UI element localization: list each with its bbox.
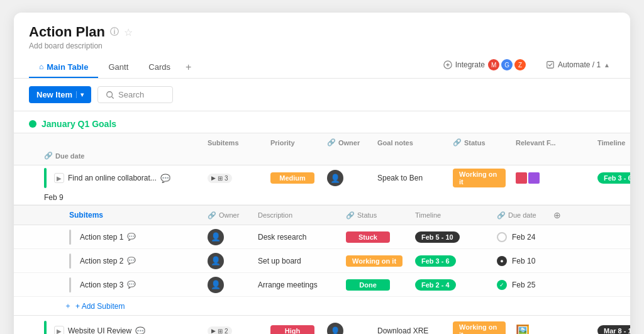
sub-owner-2: 👤: [203, 250, 253, 272]
timeline-cell[interactable]: Feb 3 - 6: [592, 170, 630, 186]
sub-extra-2: [548, 259, 574, 264]
sub-circle-1: [497, 232, 507, 242]
google-icon: G: [501, 59, 513, 70]
expand-button-2[interactable]: ▶: [54, 326, 64, 334]
col-header-timeline: Timeline: [592, 136, 630, 149]
col-header-due: 🔗 Due date: [39, 149, 203, 162]
add-subitem-button[interactable]: ＋ + Add Subitem: [14, 297, 630, 315]
priority-cell[interactable]: Medium: [265, 170, 322, 186]
group-color-dot: [29, 120, 36, 128]
tabs-actions-row: ⌂ Main Table Gantt Cards + Integrate M: [29, 57, 615, 78]
search-box[interactable]: Search: [97, 86, 173, 103]
board-description[interactable]: Add board description: [29, 42, 615, 50]
status-badge[interactable]: Working on it: [453, 169, 506, 187]
sub-status-2[interactable]: Working on it: [341, 253, 410, 269]
col-header-notes: Goal notes: [372, 136, 448, 149]
image-icon: 🖼️: [516, 324, 530, 334]
avatar-sub1: 👤: [208, 229, 224, 245]
sub-extra-1: [548, 235, 574, 240]
group-title-q1: January Q1 Goals: [42, 119, 116, 129]
sub-timeline-badge-2[interactable]: Feb 3 - 6: [415, 255, 456, 267]
subitems-count-2: 2: [225, 328, 228, 335]
tab-main-table[interactable]: ⌂ Main Table: [29, 57, 98, 78]
timeline-cell-2[interactable]: Mar 8 - 11: [592, 323, 630, 334]
status-cell-2[interactable]: Working on it: [448, 319, 511, 334]
sub-col-headers: Subitems 🔗 Owner Description 🔗 Status: [14, 205, 630, 225]
priority-badge-2[interactable]: High: [270, 325, 314, 334]
table-container: January Q1 Goals Subitems Priority 🔗 Own…: [14, 111, 630, 334]
sub-timeline-3[interactable]: Feb 2 - 4: [410, 277, 492, 293]
sub-col-owner: 🔗 Owner: [203, 209, 253, 222]
header-actions: Integrate M G Z Automate / 1 ▲: [438, 57, 615, 78]
subitems-badge-2[interactable]: ▶ ⊞ 2: [208, 326, 232, 335]
status-badge-2[interactable]: Working on it: [453, 321, 506, 334]
automate-chevron-icon: ▲: [604, 62, 610, 69]
sub-timeline-badge-1[interactable]: Feb 5 - 10: [415, 231, 460, 243]
automate-label: Automate / 1: [558, 60, 601, 69]
comment-icon[interactable]: 💬: [160, 174, 170, 183]
sub-status-3[interactable]: Done: [341, 277, 410, 293]
notes-cell-2: Download XRE: [372, 324, 448, 334]
row-name-cell-2: ▶ Website UI Review 💬: [39, 318, 203, 334]
col-header-owner: 🔗 Owner: [322, 136, 372, 149]
group-other: ▶ Website UI Review 💬 ▶ ⊞ 2 High 👤: [14, 318, 630, 334]
tab-cards[interactable]: Cards: [138, 57, 180, 78]
link-icon: 🔗: [327, 138, 336, 147]
sub-col-add[interactable]: ⊕: [548, 208, 574, 223]
col-header-subitems: Subitems: [203, 136, 265, 149]
new-item-button[interactable]: New Item ▾: [29, 86, 91, 103]
sub-timeline-badge-3[interactable]: Feb 2 - 4: [415, 279, 456, 291]
avatar-sub2: 👤: [208, 253, 224, 269]
add-tab-button[interactable]: +: [180, 57, 196, 78]
sub-status-1[interactable]: Stuck: [341, 229, 410, 245]
integrate-icon: [443, 60, 452, 69]
sub-comment-icon-2[interactable]: 💬: [127, 257, 136, 265]
group-divider: [14, 315, 630, 316]
expand-button[interactable]: ▶: [54, 173, 64, 183]
sub-col-name: Subitems: [64, 208, 203, 222]
sub-desc-text-2: Set up board: [258, 257, 301, 265]
avatar-2: 👤: [327, 323, 343, 334]
subitems-section: Subitems 🔗 Owner Description 🔗 Status: [14, 205, 630, 315]
avatar: 👤: [327, 170, 343, 186]
sub-row-1: Action step 1 💬 👤 Desk research Stuck Fe…: [14, 225, 630, 249]
sub-timeline-2[interactable]: Feb 3 - 6: [410, 253, 492, 269]
sub-timeline-1[interactable]: Feb 5 - 10: [410, 229, 492, 245]
subitems-count: 3: [225, 175, 228, 182]
priority-badge[interactable]: Medium: [270, 172, 314, 184]
star-icon[interactable]: ☆: [124, 26, 133, 38]
sub-desc-text-1: Desk research: [258, 233, 306, 242]
timeline-badge-2[interactable]: Mar 8 - 11: [597, 325, 630, 334]
comment-icon-2[interactable]: 💬: [135, 326, 145, 335]
sub-extra-3: [548, 282, 574, 287]
tab-cards-label: Cards: [148, 62, 170, 72]
sub-row-name-2: Action step 2 💬: [64, 251, 203, 271]
page-title: Action Plan: [29, 24, 105, 40]
sub-status-badge-2[interactable]: Working on it: [346, 255, 402, 267]
sub-comment-icon[interactable]: 💬: [127, 233, 136, 241]
status-cell[interactable]: Working on it: [448, 166, 511, 190]
integrate-button[interactable]: Integrate M G Z: [438, 57, 531, 73]
main-card: Action Plan ⓘ ☆ Add board description ⌂ …: [14, 13, 630, 334]
sub-row-2: Action step 2 💬 👤 Set up board Working o…: [14, 249, 630, 273]
notes-text-2: Download XRE: [377, 326, 428, 334]
sub-status-badge-1[interactable]: Stuck: [346, 231, 390, 243]
tab-gantt[interactable]: Gantt: [98, 57, 138, 78]
sub-desc-3: Arrange meetings: [253, 278, 341, 292]
info-icon[interactable]: ⓘ: [110, 26, 119, 38]
search-icon: [106, 91, 114, 99]
arrow-icon: ▶: [211, 175, 216, 181]
sub-row-name-3: Action step 3 💬: [64, 275, 203, 295]
sub-due-1: Feb 24: [492, 230, 548, 245]
automate-button[interactable]: Automate / 1 ▲: [541, 58, 615, 72]
sub-row-name-text-2: Action step 2: [80, 257, 123, 265]
sub-desc-2: Set up board: [253, 254, 341, 268]
timeline-badge[interactable]: Feb 3 - 6: [597, 172, 630, 184]
priority-cell-2[interactable]: High: [265, 323, 322, 334]
subitems-badge[interactable]: ▶ ⊞ 3: [208, 174, 232, 183]
sub-status-badge-3[interactable]: Done: [346, 279, 390, 291]
sub-circle-2: ●: [497, 256, 507, 266]
sub-comment-icon-3[interactable]: 💬: [127, 281, 136, 289]
subitems-icon-2: ⊞: [218, 328, 223, 335]
row-name: Find an online collaborat...: [68, 174, 157, 182]
